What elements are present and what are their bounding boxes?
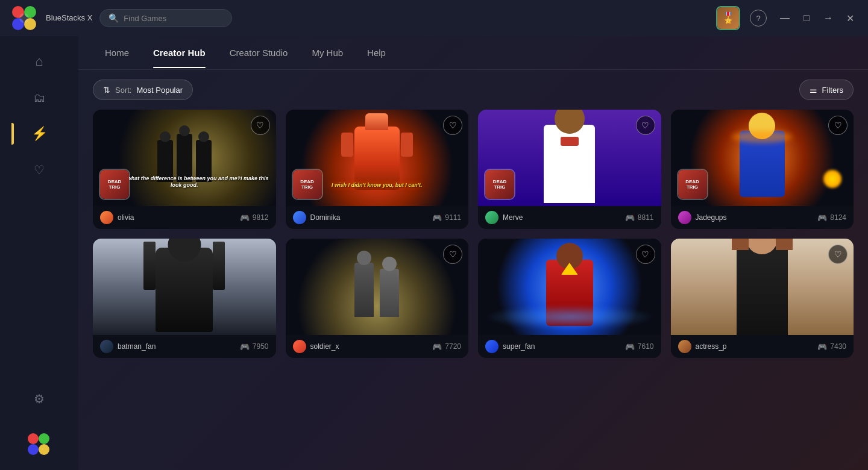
search-icon: 🔍 bbox=[108, 13, 119, 23]
card-7-play-count: 7610 bbox=[638, 342, 654, 351]
card-6-footer: soldier_x 🎮 7720 bbox=[286, 335, 469, 358]
svg-point-5 bbox=[28, 433, 39, 444]
content-area: Home Creator Hub Creator Studio My Hub H… bbox=[78, 36, 868, 470]
card-4-heart[interactable]: ♡ bbox=[828, 116, 848, 135]
card-8-heart[interactable]: ♡ bbox=[828, 245, 848, 264]
sidebar-item-home[interactable]: ⌂ bbox=[21, 46, 57, 77]
card-8-author: actress_p bbox=[678, 340, 727, 353]
store-icon: 🗂 bbox=[33, 91, 45, 105]
card-2-game-badge: DEADTRIG bbox=[292, 169, 323, 200]
tab-help[interactable]: Help bbox=[355, 38, 398, 67]
card-3-play-count: 8811 bbox=[638, 213, 654, 222]
svg-point-4 bbox=[19, 13, 29, 23]
controller-icon-7: 🎮 bbox=[625, 342, 635, 351]
tab-home[interactable]: Home bbox=[93, 38, 141, 67]
controller-icon-8: 🎮 bbox=[817, 342, 827, 351]
sidebar-item-favorites[interactable]: ♡ bbox=[21, 154, 57, 186]
card-2-heart[interactable]: ♡ bbox=[443, 116, 462, 135]
card-4-avatar bbox=[678, 211, 691, 224]
controller-icon-3: 🎮 bbox=[625, 213, 635, 222]
nav-tabs: Home Creator Hub Creator Studio My Hub H… bbox=[78, 36, 868, 70]
card-7-heart[interactable]: ♡ bbox=[636, 245, 655, 264]
svg-point-8 bbox=[39, 444, 49, 455]
controller-icon-4: 🎮 bbox=[817, 213, 827, 222]
card-3-image: ♡ DEADTRIG bbox=[478, 110, 661, 206]
filter-icon: ⚌ bbox=[810, 85, 817, 95]
card-7[interactable]: ♡ super_fan bbox=[478, 239, 661, 358]
card-4-game-badge: DEADTRIG bbox=[677, 169, 708, 200]
tab-creator-studio[interactable]: Creator Studio bbox=[218, 38, 300, 67]
card-6-heart[interactable]: ♡ bbox=[443, 245, 462, 264]
card-3-heart[interactable]: ♡ bbox=[636, 116, 655, 135]
card-1-avatar bbox=[100, 211, 113, 224]
titlebar: BlueStacks X 🔍 Find Games 🎖️ ? — □ → ✕ bbox=[0, 0, 868, 36]
card-3[interactable]: ♡ DEADTRIG bbox=[478, 110, 661, 229]
search-bar[interactable]: 🔍 Find Games bbox=[99, 9, 232, 27]
tab-creator-hub[interactable]: Creator Hub bbox=[141, 38, 218, 67]
main-layout: ⌂ 🗂 ⚡ ♡ ⚙ Ho bbox=[0, 36, 868, 470]
tab-my-hub[interactable]: My Hub bbox=[300, 38, 355, 67]
card-5[interactable]: batman_fan 🎮 7950 bbox=[93, 239, 276, 358]
card-2[interactable]: ♡ I wish I didn't know you, but I can't.… bbox=[286, 110, 469, 229]
card-5-plays: 🎮 7950 bbox=[240, 342, 269, 351]
card-5-avatar bbox=[100, 340, 113, 353]
help-button[interactable]: ? bbox=[750, 10, 767, 27]
window-controls: — □ → ✕ bbox=[776, 10, 858, 27]
sidebar-bs-logo[interactable] bbox=[21, 429, 57, 460]
maximize-button[interactable]: □ bbox=[798, 10, 815, 27]
card-6[interactable]: ♡ soldier_x bbox=[286, 239, 469, 358]
card-3-avatar bbox=[485, 211, 498, 224]
card-8-play-count: 7430 bbox=[830, 342, 846, 351]
card-8[interactable]: ♡ actress_p bbox=[671, 239, 854, 358]
sort-button[interactable]: ⇅ Sort: Most Popular bbox=[93, 80, 193, 100]
card-1-author: olivia bbox=[100, 211, 134, 224]
avatar-button[interactable]: 🎖️ bbox=[716, 6, 740, 30]
card-1-heart[interactable]: ♡ bbox=[251, 116, 270, 135]
controller-icon: 🎮 bbox=[240, 213, 250, 222]
minimize-button[interactable]: — bbox=[776, 10, 793, 27]
svg-point-7 bbox=[28, 444, 39, 455]
card-2-author-name: Dominika bbox=[310, 213, 341, 222]
card-3-author-name: Merve bbox=[503, 213, 523, 222]
titlebar-right: 🎖️ ? — □ → ✕ bbox=[716, 6, 858, 30]
card-2-play-count: 9111 bbox=[445, 213, 461, 222]
filters-button[interactable]: ⚌ Filters bbox=[799, 80, 854, 100]
forward-button[interactable]: → bbox=[820, 10, 837, 27]
sidebar-item-settings[interactable]: ⚙ bbox=[21, 383, 57, 415]
toolbar: ⇅ Sort: Most Popular ⚌ Filters bbox=[78, 70, 868, 110]
card-5-play-count: 7950 bbox=[253, 342, 269, 351]
sort-arrows-icon: ⇅ bbox=[103, 85, 110, 95]
card-4-footer: Jadegups 🎮 8124 bbox=[671, 206, 854, 229]
close-button[interactable]: ✕ bbox=[841, 10, 858, 27]
sort-value: Most Popular bbox=[136, 86, 183, 95]
card-3-footer: Merve 🎮 8811 bbox=[478, 206, 661, 229]
svg-point-6 bbox=[39, 433, 49, 444]
card-7-footer: super_fan 🎮 7610 bbox=[478, 335, 661, 358]
search-placeholder: Find Games bbox=[124, 14, 166, 23]
cards-grid: ♡ You know what the difference is betwee… bbox=[93, 110, 854, 358]
settings-icon: ⚙ bbox=[34, 392, 45, 406]
card-8-image: ♡ bbox=[671, 239, 854, 335]
home-icon: ⌂ bbox=[35, 54, 43, 69]
card-8-plays: 🎮 7430 bbox=[817, 342, 846, 351]
card-2-footer: Dominika 🎮 9111 bbox=[286, 206, 469, 229]
card-4[interactable]: ♡ DEADTRIG bbox=[671, 110, 854, 229]
card-4-author-name: Jadegups bbox=[696, 213, 727, 222]
card-1[interactable]: ♡ You know what the difference is betwee… bbox=[93, 110, 276, 229]
card-6-avatar bbox=[293, 340, 306, 353]
card-6-play-count: 7720 bbox=[445, 342, 461, 351]
card-1-game-badge: DEADTRIG bbox=[99, 169, 130, 200]
controller-icon-2: 🎮 bbox=[432, 213, 442, 222]
card-6-plays: 🎮 7720 bbox=[432, 342, 461, 351]
card-2-author: Dominika bbox=[293, 211, 341, 224]
card-6-image: ♡ bbox=[286, 239, 469, 335]
card-6-author: soldier_x bbox=[293, 340, 339, 353]
sidebar-item-creator[interactable]: ⚡ bbox=[21, 118, 57, 149]
card-2-avatar bbox=[293, 211, 306, 224]
card-2-image: ♡ I wish I didn't know you, but I can't.… bbox=[286, 110, 469, 206]
card-8-author-name: actress_p bbox=[696, 342, 727, 351]
card-5-author-name: batman_fan bbox=[118, 342, 156, 351]
favorites-icon: ♡ bbox=[34, 163, 45, 177]
card-3-author: Merve bbox=[485, 211, 523, 224]
sidebar-item-store[interactable]: 🗂 bbox=[21, 82, 57, 113]
